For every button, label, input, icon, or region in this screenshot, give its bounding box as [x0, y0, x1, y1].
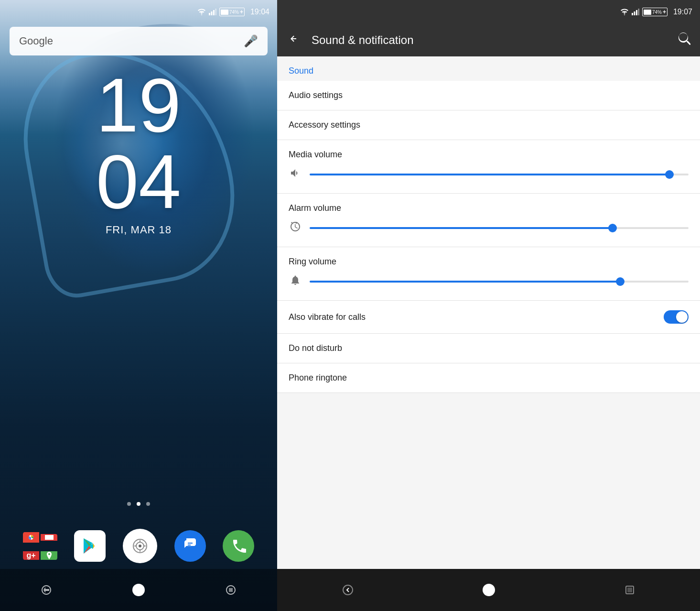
audio-settings-item[interactable]: Audio settings [277, 81, 700, 110]
alarm-volume-slider[interactable] [310, 227, 689, 229]
phone-ringtone-item[interactable]: Phone ringtone [277, 363, 700, 393]
svg-rect-1 [211, 11, 212, 15]
svg-rect-9 [634, 11, 635, 15]
svg-rect-0 [209, 13, 210, 15]
svg-rect-2 [213, 10, 215, 15]
media-volume-section: Media volume [277, 140, 700, 194]
nav-recents-left[interactable] [219, 578, 243, 602]
svg-rect-8 [632, 13, 633, 15]
app-launcher[interactable] [123, 529, 157, 563]
do-not-disturb-label: Do not disturb [289, 343, 342, 353]
sound-section-title: Sound [289, 66, 313, 76]
svg-rect-10 [636, 10, 637, 15]
clock-container: 19 04 FRI, MAR 18 [0, 67, 277, 236]
nav-back-left[interactable] [34, 578, 58, 602]
toggle-knob [676, 311, 688, 323]
signal-icon [209, 9, 216, 15]
status-bar-left: 74% + 19:04 [0, 0, 277, 24]
header-title: Sound & notification [312, 33, 667, 47]
app-phone[interactable] [223, 530, 254, 562]
wifi-icon-right [620, 9, 629, 15]
vibrate-for-calls-label: Also vibrate for calls [289, 312, 664, 322]
page-dot-1[interactable] [127, 502, 131, 506]
status-icons-right: 74% + 19:07 [620, 8, 692, 16]
search-bar[interactable]: Google 🎤 [10, 27, 268, 55]
page-dot-2[interactable] [137, 502, 140, 506]
settings-content: Sound Audio settings Accessory settings … [277, 56, 700, 569]
status-time-right: 19:07 [673, 8, 692, 16]
ring-volume-slider[interactable] [310, 281, 689, 283]
media-volume-icon [289, 167, 302, 182]
nav-home-right[interactable] [477, 578, 501, 602]
accessory-settings-label: Accessory settings [289, 120, 360, 130]
do-not-disturb-item[interactable]: Do not disturb [277, 334, 700, 363]
ring-volume-section: Ring volume [277, 247, 700, 301]
wifi-icon [197, 9, 206, 15]
app-google-suite[interactable]: g+ [23, 529, 57, 563]
nav-home-left[interactable] [127, 578, 151, 602]
accessory-settings-item[interactable]: Accessory settings [277, 110, 700, 140]
media-volume-slider[interactable] [310, 174, 689, 175]
signal-icon-right [632, 9, 639, 15]
settings-header: Sound & notification [277, 24, 700, 56]
alarm-volume-section: Alarm volume [277, 194, 700, 247]
gmail-icon[interactable] [41, 534, 57, 541]
page-dot-3[interactable] [146, 502, 150, 506]
google-maps-icon[interactable] [41, 551, 57, 560]
google-chrome-icon[interactable] [23, 532, 40, 543]
phone-ringtone-label: Phone ringtone [289, 373, 347, 383]
sound-section-header: Sound [277, 56, 700, 81]
svg-point-7 [139, 545, 141, 547]
svg-rect-11 [638, 9, 639, 15]
nav-back-right[interactable] [336, 578, 360, 602]
header-search-button[interactable] [678, 33, 690, 48]
svg-point-12 [343, 585, 353, 595]
page-indicators [0, 502, 277, 506]
ring-volume-title: Ring volume [289, 257, 689, 267]
app-play-store[interactable] [74, 530, 106, 562]
bottom-nav-right [277, 569, 700, 611]
battery-indicator-right: 74% + [642, 8, 668, 16]
search-text: Google [19, 35, 244, 47]
status-time-left: 19:04 [250, 8, 269, 16]
bottom-nav-left [0, 569, 277, 611]
google-plus-icon[interactable]: g+ [23, 551, 40, 560]
ring-volume-slider-row [289, 274, 689, 289]
svg-rect-14 [627, 588, 632, 592]
status-bar-right: 74% + 19:07 [277, 0, 700, 24]
battery-indicator-left: 74% + [219, 8, 245, 16]
header-back-button[interactable] [287, 32, 300, 49]
nav-recents-right[interactable] [618, 578, 642, 602]
launcher-inner-icon [126, 532, 154, 560]
svg-rect-3 [215, 9, 216, 15]
audio-settings-label: Audio settings [289, 90, 343, 100]
app-dock: g+ [0, 529, 277, 563]
status-icons-left: 74% + 19:04 [197, 8, 269, 16]
vibrate-for-calls-row[interactable]: Also vibrate for calls [277, 301, 700, 334]
right-panel: 74% + 19:07 Sound & notification Sound A… [277, 0, 700, 611]
clock-minute: 04 [0, 143, 277, 220]
app-hangouts[interactable] [174, 530, 206, 562]
alarm-volume-title: Alarm volume [289, 203, 689, 213]
mic-icon[interactable]: 🎤 [244, 34, 258, 48]
media-volume-title: Media volume [289, 150, 689, 160]
alarm-volume-slider-row [289, 221, 689, 235]
vibrate-toggle[interactable] [664, 310, 689, 324]
media-volume-slider-row [289, 167, 689, 182]
ring-volume-icon [289, 274, 302, 289]
alarm-volume-icon [289, 221, 302, 235]
clock-hour: 19 [0, 67, 277, 143]
clock-date: FRI, MAR 18 [0, 224, 277, 236]
left-panel: 74% + 19:04 Google 🎤 19 04 FRI, MAR 18 [0, 0, 277, 611]
